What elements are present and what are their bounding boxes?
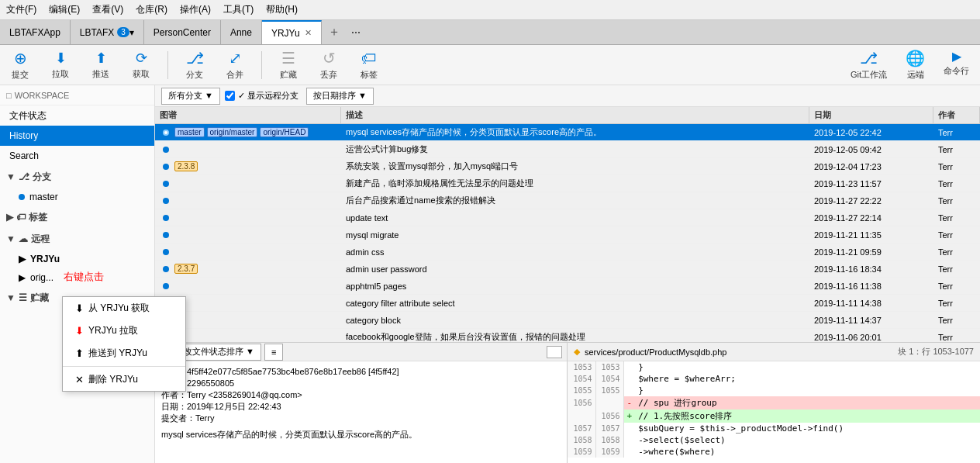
- table-row[interactable]: update text 2019-11-27 22:14 Terr: [155, 209, 980, 226]
- table-row[interactable]: category filter attribute select 2019-11…: [155, 295, 980, 312]
- stash-icon: ☰: [281, 49, 295, 67]
- fetch-button[interactable]: ⟳ 获取: [127, 47, 155, 83]
- pull-button[interactable]: ⬇ 拉取: [47, 47, 74, 83]
- origin-expand-icon: ▶: [19, 272, 26, 283]
- table-row[interactable]: facebook和google登陆，如果后台没有设置值，报错的问题处理 2019…: [155, 329, 980, 342]
- merge-button[interactable]: ⤢ 合并: [221, 46, 249, 84]
- context-menu-item-fetch-from[interactable]: ⬇ 从 YRJYu 获取: [63, 297, 185, 320]
- tag-button[interactable]: 🏷 标签: [355, 47, 383, 84]
- push-button[interactable]: ⬆ 推送: [87, 47, 115, 83]
- tab-anne[interactable]: Anne: [221, 20, 262, 44]
- terminal-button[interactable]: ▶ 命令行: [939, 46, 974, 84]
- table-row[interactable]: master origin/master origin/HEAD mysql s…: [155, 124, 980, 141]
- branch-button[interactable]: ⎇ 分支: [181, 46, 209, 84]
- context-menu-item-push-to[interactable]: ⬆ 推送到 YRJYu: [63, 342, 185, 365]
- context-menu-item-pull-from[interactable]: ⬇ YRJYu 拉取: [63, 320, 185, 342]
- menu-item-repo[interactable]: 仓库(R): [133, 2, 171, 18]
- diff-line: 10581058 ->select($select): [568, 434, 980, 446]
- menu-bar: 文件(F) 编辑(E) 查看(V) 仓库(R) 操作(A) 工具(T) 帮助(H…: [0, 0, 980, 20]
- toolbar: ⊕ 提交 ⬇ 拉取 ⬆ 推送 ⟳ 获取 ⎇ 分支 ⤢ 合并 ☰ 贮藏 ↺ 丢弃 …: [0, 45, 980, 85]
- sidebar-item-file-status[interactable]: 文件状态: [0, 105, 154, 126]
- stashes-icon: ☰: [19, 292, 27, 303]
- diff-line: 10571057 $subQuery = $this->_productMode…: [568, 423, 980, 434]
- sidebar-group-remotes: ▼ ☁ 远程 ▶ YRJYu ▶ orig...: [0, 228, 154, 287]
- tab-close-icon[interactable]: ✕: [305, 28, 312, 38]
- tab-lbtafx[interactable]: LBTAFX 3 ▾: [71, 20, 144, 44]
- table-row[interactable]: mysql migrate 2019-11-21 11:35 Terr: [155, 226, 980, 244]
- sidebar: □ WORKSPACE 文件状态 History Search ▼ ⎇ 分支 m…: [0, 85, 155, 463]
- remote-button[interactable]: 🌐 远端: [901, 46, 930, 84]
- sidebar-group-branches-header[interactable]: ▼ ⎇ 分支: [0, 166, 154, 188]
- sidebar-item-master[interactable]: master: [0, 188, 154, 206]
- pull-icon: ⬇: [55, 50, 67, 67]
- branch-toolbar: 所有分支 ▼ ✓ 显示远程分支 按日期排序 ▼: [155, 85, 980, 107]
- commit-detail: 提交：4f5ff42e077c5f85ae7753bc4be876e8b17ee…: [155, 361, 567, 463]
- commit-icon: ⊕: [14, 49, 27, 67]
- file-header: ◆ services/product/ProductMysqldb.php 块 …: [568, 343, 980, 361]
- all-branches-dropdown[interactable]: 所有分支 ▼: [161, 88, 220, 105]
- diff-area: 10531053 } 10541054 $where = $whereArr; …: [568, 361, 980, 463]
- pull-from-icon: ⬇: [75, 325, 84, 337]
- table-row[interactable]: 运营公式计算bug修复 2019-12-05 09:42 Terr: [155, 141, 980, 158]
- workspace-icon: □: [6, 91, 12, 100]
- sidebar-group-branches: ▼ ⎇ 分支 master: [0, 166, 154, 206]
- delete-icon: ✕: [75, 374, 84, 385]
- menu-item-tools[interactable]: 工具(T): [220, 2, 257, 18]
- view-options-button[interactable]: ≡: [264, 344, 283, 361]
- sidebar-group-tags-header[interactable]: ▶ 🏷 标签: [0, 206, 154, 228]
- expand-icon-remotes: ▼: [6, 233, 16, 244]
- sidebar-group-remotes-header[interactable]: ▼ ☁ 远程: [0, 228, 154, 250]
- sidebar-item-search[interactable]: Search: [0, 146, 154, 166]
- context-menu-item-delete[interactable]: ✕ 删除 YRJYu: [63, 368, 185, 391]
- menu-item-help[interactable]: 帮助(H): [263, 2, 301, 18]
- fetch-from-icon: ⬇: [75, 302, 84, 314]
- stash-button[interactable]: ☰ 贮藏: [274, 46, 302, 84]
- show-remote-checkbox[interactable]: ✓ 显示远程分支: [225, 90, 298, 102]
- push-to-icon: ⬆: [75, 347, 84, 359]
- sidebar-item-origin[interactable]: ▶ orig...: [0, 268, 154, 287]
- menu-item-edit[interactable]: 编辑(E): [46, 2, 83, 18]
- tags-icon: 🏷: [16, 212, 26, 223]
- bottom-left-toolbar: 按更改文件状态排序 ▼ ≡: [155, 343, 567, 361]
- table-row[interactable]: 2.3.7 admin user password 2019-11-16 18:…: [155, 261, 980, 278]
- tab-personcenter[interactable]: PersonCenter: [144, 20, 221, 44]
- content-area: 所有分支 ▼ ✓ 显示远程分支 按日期排序 ▼ 图谱 描述 日期 作者 mast…: [155, 85, 980, 463]
- table-row[interactable]: apphtml5 pages 2019-11-16 11:38 Terr: [155, 278, 980, 295]
- sidebar-item-history[interactable]: History: [0, 126, 154, 146]
- expand-icon-tags: ▶: [6, 212, 13, 223]
- tab-yrjyu[interactable]: YRJYu ✕: [262, 20, 322, 44]
- file-path: services/product/ProductMysqldb.php: [585, 347, 726, 357]
- table-row[interactable]: 后台产品搜索通过name搜索的报错解决 2019-11-27 22:22 Ter…: [155, 192, 980, 209]
- file-search-input[interactable]: [547, 346, 562, 358]
- tab-lbtafxapp[interactable]: LBTAFXApp: [0, 20, 71, 44]
- desc-header: 描述: [341, 107, 809, 123]
- tab-options[interactable]: ⋯: [347, 24, 365, 41]
- terminal-icon: ▶: [952, 49, 961, 64]
- table-row[interactable]: 2.3.8 系统安装，设置mysql部分，加入mysql端口号 2019-12-…: [155, 158, 980, 175]
- tab-bar: LBTAFXApp LBTAFX 3 ▾ PersonCenter Anne Y…: [0, 20, 980, 45]
- desc-cell: mysql services存储产品的时候，分类页面默认显示score高的产品。: [341, 125, 809, 140]
- bottom-right: ◆ services/product/ProductMysqldb.php 块 …: [568, 343, 980, 463]
- graph-dot: [163, 130, 169, 136]
- diff-line: 10591059 ->where($where): [568, 446, 980, 458]
- branch-icon: ⎇: [186, 49, 204, 67]
- main-layout: □ WORKSPACE 文件状态 History Search ▼ ⎇ 分支 m…: [0, 85, 980, 463]
- menu-item-action[interactable]: 操作(A): [177, 2, 214, 18]
- sidebar-item-yrjyu-remote[interactable]: ▶ YRJYu: [0, 250, 154, 268]
- remote-icon: 🌐: [906, 49, 925, 67]
- discard-button[interactable]: ↺ 丢弃: [315, 46, 343, 84]
- tab-badge: 3: [117, 27, 129, 37]
- table-row[interactable]: category block 2019-11-11 14:37 Terr: [155, 312, 980, 329]
- bottom-left: 按更改文件状态排序 ▼ ≡ 提交：4f5ff42e077c5f85ae7753b…: [155, 343, 568, 463]
- menu-item-file[interactable]: 文件(F): [3, 2, 40, 18]
- tab-add-button[interactable]: ＋: [322, 21, 347, 43]
- sort-dropdown[interactable]: 按日期排序 ▼: [306, 88, 374, 105]
- table-row[interactable]: admin css 2019-11-21 09:59 Terr: [155, 244, 980, 261]
- git-flow-button[interactable]: ⎇ Git工作流: [846, 46, 892, 84]
- git-flow-icon: ⎇: [860, 49, 878, 67]
- table-row[interactable]: 新建产品，临时添加规格属性无法显示的问题处理 2019-11-23 11:57 …: [155, 175, 980, 192]
- commit-button[interactable]: ⊕ 提交: [6, 46, 34, 84]
- file-icon: ◆: [574, 347, 580, 357]
- commit-table-header: 图谱 描述 日期 作者: [155, 107, 980, 124]
- menu-item-view[interactable]: 查看(V): [89, 2, 126, 18]
